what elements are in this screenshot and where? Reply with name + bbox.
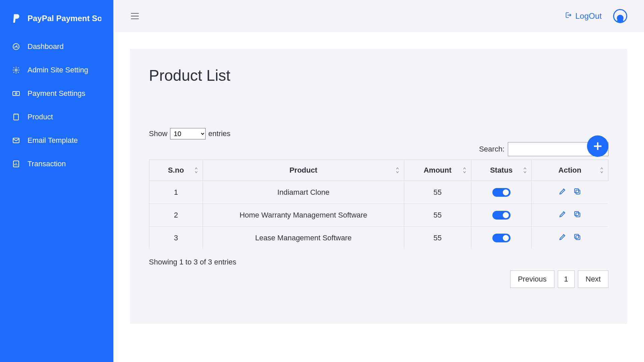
svg-point-1 bbox=[15, 69, 17, 71]
cell-status bbox=[471, 204, 532, 227]
edit-button[interactable] bbox=[558, 233, 567, 241]
th-amount[interactable]: Amount bbox=[404, 160, 471, 181]
cell-status bbox=[471, 181, 532, 204]
entries-control: Show 10 entries bbox=[149, 128, 608, 139]
menu-toggle-icon[interactable] bbox=[130, 12, 140, 20]
svg-rect-12 bbox=[575, 234, 579, 238]
user-avatar[interactable] bbox=[613, 9, 627, 23]
show-label-pre: Show bbox=[149, 129, 167, 138]
status-toggle[interactable] bbox=[492, 234, 511, 242]
copy-button[interactable] bbox=[573, 187, 582, 196]
status-toggle[interactable] bbox=[492, 188, 511, 197]
copy-button[interactable] bbox=[573, 210, 582, 219]
search-label: Search: bbox=[479, 145, 504, 154]
product-table: S.no Product Amount bbox=[149, 160, 608, 249]
cell-sno: 1 bbox=[149, 181, 203, 204]
logout-link[interactable]: LogOut bbox=[565, 11, 602, 21]
sort-icon bbox=[523, 167, 527, 174]
sidebar-item-label: Admin Site Setting bbox=[28, 66, 88, 74]
sidebar-item-label: Transaction bbox=[28, 160, 66, 168]
sort-icon bbox=[194, 167, 199, 174]
table-info: Showing 1 to 3 of 3 entries bbox=[149, 258, 608, 266]
sort-icon bbox=[395, 167, 400, 174]
svg-rect-10 bbox=[575, 212, 579, 216]
logout-icon bbox=[565, 11, 572, 21]
table-row: 1 Indiamart Clone 55 bbox=[149, 181, 608, 204]
previous-button[interactable]: Previous bbox=[510, 270, 554, 288]
brand: PayPal Payment Solu bbox=[0, 3, 113, 34]
sidebar-item-product[interactable]: Product bbox=[0, 105, 113, 129]
th-action[interactable]: Action bbox=[532, 160, 608, 181]
content-area: Product List Show 10 entries Search: bbox=[113, 32, 644, 341]
topbar: LogOut bbox=[113, 0, 644, 32]
sidebar-item-label: Email Template bbox=[28, 136, 78, 145]
transaction-icon bbox=[12, 160, 20, 168]
gear-icon bbox=[12, 66, 20, 74]
sort-icon bbox=[462, 167, 467, 174]
svg-rect-4 bbox=[14, 114, 18, 120]
sort-icon bbox=[599, 167, 604, 174]
svg-rect-11 bbox=[576, 236, 580, 240]
sidebar-item-label: Product bbox=[28, 113, 53, 121]
table-row: 3 Lease Management Software 55 bbox=[149, 227, 608, 249]
svg-rect-7 bbox=[576, 190, 580, 194]
svg-rect-2 bbox=[13, 92, 19, 96]
th-status[interactable]: Status bbox=[471, 160, 532, 181]
sidebar-item-email-template[interactable]: Email Template bbox=[0, 129, 113, 152]
edit-button[interactable] bbox=[558, 187, 567, 196]
table-row: 2 Home Warranty Management Software 55 bbox=[149, 204, 608, 227]
logout-label: LogOut bbox=[575, 11, 602, 21]
sidebar-item-payment-settings[interactable]: Payment Settings bbox=[0, 82, 113, 105]
copy-button[interactable] bbox=[573, 233, 582, 241]
cell-amount: 55 bbox=[404, 227, 471, 249]
sidebar: PayPal Payment Solu Dashboard Admin Site… bbox=[0, 0, 113, 362]
cell-product: Home Warranty Management Software bbox=[203, 204, 404, 227]
cell-sno: 3 bbox=[149, 227, 203, 249]
cell-product: Lease Management Software bbox=[203, 227, 404, 249]
svg-rect-9 bbox=[576, 213, 580, 217]
cell-action bbox=[532, 227, 608, 249]
product-list-card: Product List Show 10 entries Search: bbox=[130, 49, 627, 324]
th-sno[interactable]: S.no bbox=[149, 160, 203, 181]
dashboard-icon bbox=[12, 43, 20, 51]
th-product[interactable]: Product bbox=[203, 160, 404, 181]
mail-icon bbox=[12, 136, 20, 144]
sidebar-item-label: Dashboard bbox=[28, 42, 64, 51]
show-label-post: entries bbox=[208, 129, 230, 138]
payment-icon bbox=[12, 89, 20, 98]
svg-point-3 bbox=[15, 93, 17, 95]
main: LogOut Product List Show 10 entries bbox=[113, 0, 644, 362]
cell-amount: 55 bbox=[404, 204, 471, 227]
sidebar-item-transaction[interactable]: Transaction bbox=[0, 152, 113, 176]
cell-action bbox=[532, 204, 608, 227]
page-title: Product List bbox=[149, 66, 608, 84]
brand-title: PayPal Payment Solu bbox=[28, 14, 101, 23]
add-product-button[interactable] bbox=[587, 135, 608, 157]
svg-rect-8 bbox=[575, 189, 579, 193]
status-toggle[interactable] bbox=[492, 211, 511, 220]
sidebar-item-label: Payment Settings bbox=[28, 89, 85, 98]
product-icon bbox=[12, 113, 20, 121]
edit-button[interactable] bbox=[558, 210, 567, 219]
cell-product: Indiamart Clone bbox=[203, 181, 404, 204]
page-number-button[interactable]: 1 bbox=[558, 270, 575, 288]
next-button[interactable]: Next bbox=[578, 270, 608, 288]
sidebar-item-dashboard[interactable]: Dashboard bbox=[0, 35, 113, 58]
paypal-icon bbox=[12, 13, 21, 23]
search-control: Search: bbox=[149, 142, 608, 156]
cell-sno: 2 bbox=[149, 204, 203, 227]
cell-status bbox=[471, 227, 532, 249]
pagination: Previous 1 Next bbox=[149, 270, 608, 288]
sidebar-nav: Dashboard Admin Site Setting Payment Set… bbox=[0, 34, 113, 176]
sidebar-item-admin-site-setting[interactable]: Admin Site Setting bbox=[0, 58, 113, 82]
cell-action bbox=[532, 181, 608, 204]
entries-select[interactable]: 10 bbox=[170, 128, 206, 139]
cell-amount: 55 bbox=[404, 181, 471, 204]
